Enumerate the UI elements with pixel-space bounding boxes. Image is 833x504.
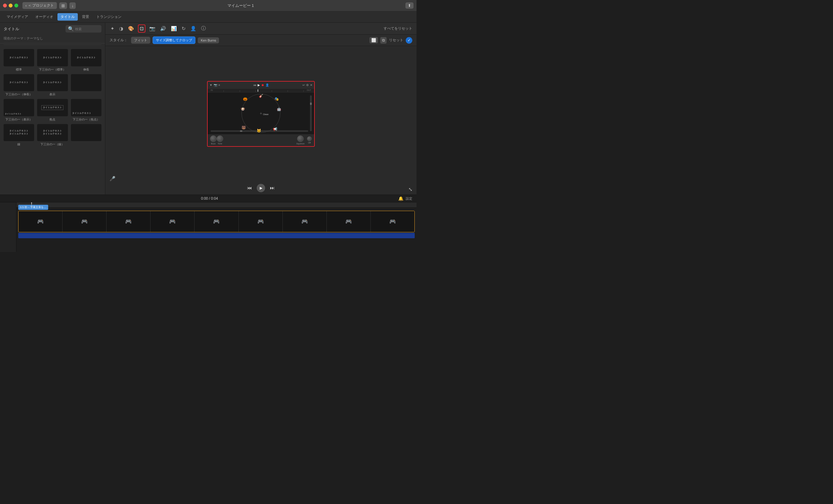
pi-person-icon: 👤 [265, 83, 269, 87]
video-frame-8: 🎮 [327, 211, 371, 232]
emoji-bottom-left: 🐻 [241, 126, 246, 130]
settings-button[interactable]: 設定 [406, 196, 412, 201]
vertical-slider[interactable] [310, 95, 312, 131]
play-button[interactable]: ▶ [257, 184, 265, 192]
tab-audio[interactable]: オーディオ [32, 13, 56, 21]
list-item[interactable]: タイトルテキスト 下三分の一（伸長） [4, 74, 34, 97]
video-strip[interactable]: 🎮 🎮 🎮 🎮 🎮 🎮 🎮 [18, 211, 415, 232]
magic-wand-icon[interactable]: ✦ [110, 25, 115, 32]
maximize-button[interactable] [14, 4, 18, 7]
video-frame-7: 🎮 [283, 211, 327, 232]
tab-background[interactable]: 背景 [79, 13, 92, 21]
chart-icon[interactable]: 📊 [170, 25, 178, 32]
time-display: 0:00 / 0:04 [23, 196, 396, 201]
knob-control-tone[interactable] [217, 135, 223, 142]
subtitle-tooltip: 0.5 秒 – 字幕文章を… [18, 205, 48, 210]
pi-prev-icon[interactable]: ⏮ [254, 83, 256, 87]
fullscreen-button[interactable]: ⤡ [408, 186, 412, 192]
tab-title[interactable]: タイトル [57, 13, 78, 21]
pi-settings-icon[interactable]: ⚙ [306, 83, 309, 87]
fit-button[interactable]: フィット [131, 37, 150, 44]
pi-undo-icon[interactable]: ↩ [303, 83, 305, 87]
grid-row-2: タイトルテキスト 下三分の一（伸長） タイトルテキスト 表示 [4, 74, 101, 97]
list-item[interactable]: タイトルテキスト 標準 [4, 49, 34, 72]
grid-row-1: タイトルテキスト 標準 タイトルテキスト 下三分の一（標準） タイトルテキスト … [4, 49, 101, 72]
prev-button[interactable]: ⏮ [247, 185, 252, 191]
search-box[interactable]: 🔍 [66, 25, 101, 32]
info-icon[interactable]: ⓘ [200, 25, 207, 32]
label-focus: 焦点 [49, 118, 55, 122]
preview-area: ▼ 📷 ≡ ⏮ ▶ ⏺ 👤 ↩ ⚙ ✕ IN OUT [105, 46, 416, 181]
minimize-button[interactable] [9, 4, 13, 7]
audio-strip [18, 233, 415, 238]
tab-transition[interactable]: トランジション [93, 13, 124, 21]
video-frame-9: 🎮 [371, 211, 414, 232]
theme-label: 現在のテーマ：テーマなし [0, 35, 105, 43]
list-item[interactable]: タイトルテキスト 焦点 [37, 99, 68, 122]
video-frame-2: 🎮 [63, 211, 106, 232]
share-button[interactable]: ⬆ [405, 2, 413, 9]
thumb-lower-third-line: タイトルテキストタイトルテキスト [37, 124, 68, 142]
video-frame-4: 🎮 [150, 211, 194, 232]
bottom-section: 0:00 / 0:04 🔔 設定 0.5 秒 – 字幕文章を… 🎮 🎮 [0, 195, 416, 252]
style-label: スタイル： [110, 38, 127, 43]
color-wheel-icon[interactable]: ◑ [118, 25, 124, 32]
preview-inner-toolbar: ▼ 📷 ≡ ⏮ ▶ ⏺ 👤 ↩ ⚙ ✕ [208, 82, 314, 89]
tab-my-media[interactable]: マイメディア [4, 13, 31, 21]
knob-control-buzz[interactable] [210, 135, 217, 142]
right-panel: ✦ ◑ 🎨 ⊡ 📷 🔊 📊 ↻ 👤 ⓘ すべてをリセット スタイル： フィット … [105, 23, 416, 195]
aspect-ratio-button[interactable]: ⬜ [370, 37, 378, 43]
knob-control-squeeze[interactable] [297, 135, 304, 142]
list-item[interactable]: タイトルテキスト 下三分の一（標準） [37, 49, 68, 72]
reset-button[interactable]: リセット [389, 38, 403, 43]
knob-tone: Tone [217, 135, 223, 145]
palette-icon[interactable]: 🎨 [127, 25, 135, 32]
bell-icon: 🔔 [398, 196, 403, 201]
list-item[interactable]: タイトルテキスト 伸長 [71, 49, 101, 72]
label-lower-third-focus: 下三分の一（焦点） [73, 118, 100, 122]
list-item[interactable]: タイトルテキスト 下三分の一（焦点） [71, 99, 101, 122]
timeline-left-strip [0, 202, 17, 252]
camera-icon[interactable]: 📷 [148, 25, 156, 32]
crop-icon-button[interactable]: ⧉ [380, 37, 386, 44]
preview-ruler: IN OUT [208, 89, 314, 92]
pi-play-icon[interactable]: ▶ [258, 83, 260, 87]
list-item[interactable]: タイトルテキスト 表示 [37, 74, 68, 97]
label-standard: 標準 [16, 68, 22, 72]
timeline-content: 0.5 秒 – 字幕文章を… 🎮 🎮 🎮 🎮 🎮 [17, 202, 416, 252]
grid-view-button[interactable]: ⊞ [59, 2, 67, 9]
back-button[interactable]: ‹ ＜ プロジェクト [22, 2, 57, 9]
knob-control-off[interactable] [307, 136, 312, 141]
pi-close-icon[interactable]: ✕ [310, 83, 312, 87]
center-cross: + [260, 111, 262, 116]
next-button[interactable]: ⏭ [270, 185, 275, 191]
crop-icon[interactable]: ⊡ [138, 25, 145, 32]
thumb-empty-1 [71, 74, 101, 92]
close-button[interactable] [3, 4, 7, 7]
down-button[interactable]: ↓ [69, 2, 76, 9]
panel-header: タイトル 🔍 [0, 23, 105, 35]
person-icon[interactable]: 👤 [189, 25, 197, 32]
kenburns-button[interactable]: Ken Burns [198, 37, 219, 43]
thumb-lower-third-focus: タイトルテキスト [71, 99, 101, 116]
label-stretch: 伸長 [83, 68, 89, 72]
thumb-empty-2 [71, 124, 101, 142]
confirm-button[interactable]: ✓ [406, 37, 412, 44]
timeline-ruler [17, 202, 416, 208]
audio-icon[interactable]: 🔊 [159, 25, 167, 32]
label-lower-third-standard: 下三分の一（標準） [39, 68, 66, 72]
pi-record-icon[interactable]: ⏺ [261, 83, 264, 87]
list-item[interactable]: タイトルテキストタイトルテキスト 下三分の一（線） [37, 124, 68, 147]
reset-all-button[interactable]: すべてをリセット [384, 26, 412, 31]
thumb-lower-third-display: タイトルテキスト [4, 99, 34, 116]
list-item-empty [71, 74, 101, 97]
crop-button[interactable]: サイズ調整してクロップ [152, 36, 195, 44]
mic-button[interactable]: 🎤 [110, 176, 116, 181]
video-frame-1: 🎮 [19, 211, 63, 232]
thumb-standard: タイトルテキスト [4, 49, 34, 66]
loop-icon[interactable]: ↻ [181, 25, 186, 32]
list-item[interactable]: タイトルテキスト 下三分の一（表示） [4, 99, 34, 122]
list-item[interactable]: タイトルテキストタイトルテキスト 線 [4, 124, 34, 147]
traffic-lights [3, 4, 18, 7]
search-input[interactable] [75, 27, 99, 31]
